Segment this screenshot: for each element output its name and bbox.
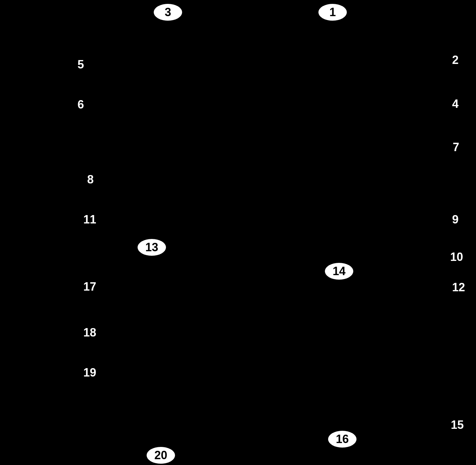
- node-1: 1: [318, 3, 347, 21]
- node-20: 20: [146, 446, 176, 464]
- node-14: 14: [324, 262, 354, 280]
- node-4: 4: [452, 97, 459, 111]
- node-11: 11: [83, 213, 96, 226]
- node-15: 15: [451, 418, 464, 432]
- node-9: 9: [452, 213, 459, 226]
- node-17: 17: [83, 280, 96, 294]
- node-8: 8: [87, 173, 94, 186]
- node-19: 19: [83, 366, 96, 379]
- node-2: 2: [452, 53, 459, 67]
- node-6: 6: [78, 98, 84, 111]
- node-16: 16: [327, 430, 357, 448]
- node-5: 5: [78, 58, 84, 71]
- node-3: 3: [153, 3, 183, 21]
- node-12: 12: [452, 281, 465, 294]
- node-13: 13: [137, 238, 167, 256]
- node-10: 10: [450, 250, 463, 264]
- node-18: 18: [83, 326, 96, 339]
- node-7: 7: [453, 140, 459, 154]
